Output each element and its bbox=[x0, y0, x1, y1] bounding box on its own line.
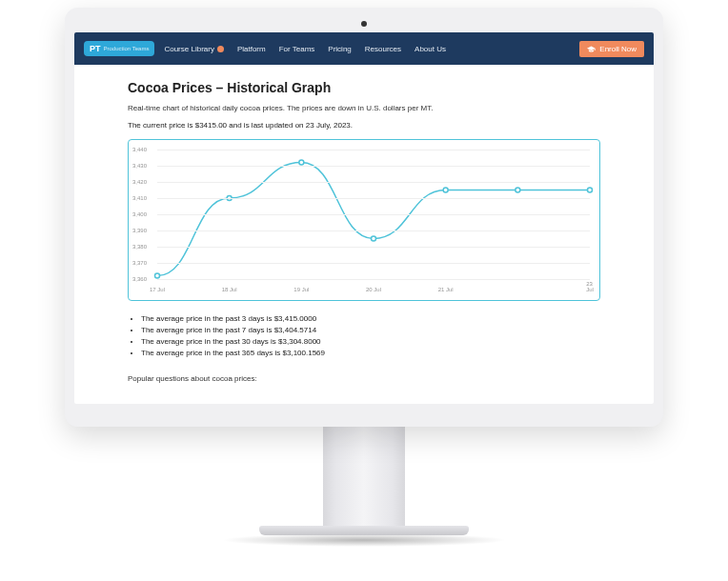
nav-pricing[interactable]: Pricing bbox=[328, 45, 351, 53]
nav-course-library[interactable]: Course Library bbox=[164, 45, 223, 53]
logo-subtext: Production Teams bbox=[104, 46, 150, 51]
x-tick-label: 23 Jul bbox=[586, 281, 594, 292]
svg-point-5 bbox=[516, 188, 520, 192]
y-tick-label: 3,380 bbox=[132, 244, 147, 250]
y-tick-label: 3,430 bbox=[132, 163, 147, 169]
y-tick-label: 3,440 bbox=[132, 147, 147, 152]
notification-badge-icon bbox=[217, 46, 224, 52]
x-tick-label: 19 Jul bbox=[293, 287, 309, 292]
monitor-chin bbox=[65, 404, 663, 427]
page-title: Cocoa Prices – Historical Graph bbox=[128, 80, 600, 95]
popular-questions-heading: Popular questions about cocoa prices: bbox=[128, 374, 600, 383]
nav-for-teams[interactable]: For Teams bbox=[279, 45, 315, 53]
enroll-button[interactable]: Enroll Now bbox=[579, 41, 644, 57]
enroll-label: Enroll Now bbox=[599, 45, 637, 53]
x-tick-label: 17 Jul bbox=[150, 287, 165, 292]
nav-platform[interactable]: Platform bbox=[237, 45, 266, 53]
logo[interactable]: PT Production Teams bbox=[84, 41, 154, 56]
logo-pt: PT bbox=[90, 44, 101, 53]
nav-course-library-label: Course Library bbox=[164, 45, 213, 53]
y-tick-label: 3,410 bbox=[132, 195, 147, 201]
camera-dot bbox=[361, 21, 367, 27]
svg-point-6 bbox=[588, 188, 593, 192]
nav-about-us[interactable]: About Us bbox=[415, 45, 446, 53]
y-tick-label: 3,370 bbox=[132, 260, 147, 266]
list-item: The average price in the past 3 days is … bbox=[141, 314, 600, 323]
monitor-shadow bbox=[221, 533, 507, 547]
main-content: Cocoa Prices – Historical Graph Real-tim… bbox=[74, 65, 654, 383]
x-tick-label: 18 Jul bbox=[222, 287, 237, 292]
y-tick-label: 3,400 bbox=[132, 211, 147, 217]
x-tick-label: 20 Jul bbox=[366, 287, 381, 292]
svg-point-3 bbox=[372, 236, 376, 241]
graduation-cap-icon bbox=[587, 46, 596, 52]
navbar: PT Production Teams Course Library Platf… bbox=[74, 32, 654, 65]
y-tick-label: 3,360 bbox=[132, 276, 147, 282]
averages-list: The average price in the past 3 days is … bbox=[141, 314, 600, 357]
chart-plot-area: 3,3603,3703,3803,3903,4003,4103,4203,430… bbox=[157, 150, 590, 279]
chart-container: 3,3603,3703,3803,3903,4003,4103,4203,430… bbox=[128, 139, 600, 301]
monitor-stand-neck bbox=[323, 427, 405, 531]
screen: PT Production Teams Course Library Platf… bbox=[74, 32, 654, 404]
list-item: The average price in the past 7 days is … bbox=[141, 326, 600, 334]
monitor-frame: PT Production Teams Course Library Platf… bbox=[65, 8, 663, 427]
current-price-text: The current price is $3415.00 and is las… bbox=[128, 121, 600, 130]
monitor-stand-base bbox=[259, 526, 469, 535]
list-item: The average price in the past 30 days is… bbox=[141, 337, 600, 346]
list-item: The average price in the past 365 days i… bbox=[141, 349, 600, 357]
svg-point-0 bbox=[155, 273, 160, 278]
svg-point-4 bbox=[443, 188, 448, 192]
page-description: Real-time chart of historical daily coco… bbox=[128, 103, 600, 113]
y-tick-label: 3,390 bbox=[132, 228, 147, 233]
nav-resources[interactable]: Resources bbox=[365, 45, 401, 53]
svg-point-2 bbox=[299, 160, 304, 165]
y-tick-label: 3,420 bbox=[132, 179, 147, 185]
x-tick-label: 21 Jul bbox=[438, 287, 454, 292]
